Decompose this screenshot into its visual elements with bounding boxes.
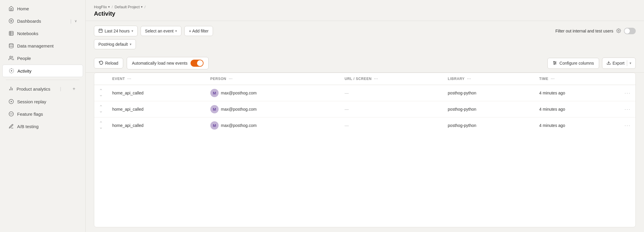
svg-point-24 [554, 61, 554, 62]
sidebar-item-notebooks[interactable]: Notebooks [2, 27, 83, 39]
table-row[interactable]: ⌃ ⌄ home_api_called M max@posthog.com — … [94, 117, 635, 134]
url-cell: — [340, 85, 443, 101]
reload-icon [99, 61, 103, 66]
url-cell: — [340, 101, 443, 117]
breadcrumb-default-project[interactable]: Default Project ▾ [115, 5, 143, 9]
sidebar-item-feature-flags[interactable]: Feature flags [2, 108, 83, 120]
sidebar: Home Dashboards | ∨ Notebooks Data manag… [0, 0, 86, 232]
expand-icon[interactable]: ⌃ ⌄ [99, 89, 103, 97]
sidebar-item-people[interactable]: People [2, 52, 83, 64]
time-value: 4 minutes ago [539, 91, 565, 95]
library-value: posthog-python [448, 91, 477, 95]
svg-point-7 [10, 56, 12, 58]
event-selector-button[interactable]: Select an event ▾ [141, 26, 182, 36]
table-row[interactable]: ⌃ ⌄ home_api_called M max@posthog.com — … [94, 85, 635, 101]
calendar-icon [98, 28, 103, 34]
svg-point-0 [9, 19, 14, 23]
sidebar-item-label: Data management [17, 43, 77, 48]
chevron-down-icon: ▾ [131, 29, 133, 33]
time-value: 4 minutes ago [539, 107, 565, 112]
avatar: M [210, 89, 219, 97]
page-title: Activity [94, 10, 636, 17]
sidebar-item-product-analytics[interactable]: Product analytics | + [2, 83, 83, 95]
action-bar: Reload Automatically load new events Con… [86, 54, 644, 73]
row-more-button[interactable]: ··· [625, 122, 631, 128]
svg-rect-16 [99, 29, 102, 32]
person-col-more[interactable]: ··· [229, 76, 232, 81]
table-header-row: EVENT ··· PERSON ··· URL / SCREEN [94, 73, 635, 85]
export-divider [627, 60, 627, 66]
sidebar-item-home[interactable]: Home [2, 3, 83, 14]
url-value: — [344, 123, 349, 128]
product-analytics-icon [8, 86, 14, 92]
url-col-more[interactable]: ··· [374, 76, 378, 81]
sidebar-item-dashboards[interactable]: Dashboards | ∨ [2, 15, 83, 27]
pipe-divider: | [60, 86, 61, 91]
main-content: HogFlix ▾ / Default Project ▾ / Activity… [86, 0, 644, 232]
configure-columns-button[interactable]: Configure columns [547, 58, 599, 69]
row-actions-cell: ··· [620, 85, 635, 101]
table-row[interactable]: ⌃ ⌄ home_api_called M max@posthog.com — … [94, 101, 635, 117]
plus-icon[interactable]: + [71, 86, 77, 92]
person-email[interactable]: max@posthog.com [221, 91, 257, 95]
time-filter-button[interactable]: Last 24 hours ▾ [94, 26, 138, 36]
export-icon [606, 61, 611, 66]
svg-point-25 [555, 62, 556, 63]
row-actions-cell: ··· [620, 101, 635, 117]
library-col-more[interactable]: ··· [467, 76, 471, 81]
sidebar-item-data-management[interactable]: Data management [2, 40, 83, 52]
sidebar-item-ab-testing[interactable]: A/B testing [2, 120, 83, 132]
sidebar-divider [6, 80, 79, 80]
time-cell: 4 minutes ago [534, 117, 620, 134]
event-name: home_api_called [112, 123, 144, 128]
notebooks-icon [8, 30, 14, 36]
page-header: HogFlix ▾ / Default Project ▾ / Activity [86, 0, 644, 21]
expand-icon[interactable]: ⌃ ⌄ [99, 122, 103, 129]
home-icon [8, 6, 14, 12]
library-value: posthog-python [448, 123, 477, 128]
breadcrumb-hogflix[interactable]: HogFlix ▾ [94, 5, 110, 9]
library-cell: posthog-python [443, 85, 534, 101]
person-email[interactable]: max@posthog.com [221, 107, 257, 112]
sidebar-item-label: Session replay [17, 99, 77, 104]
breadcrumb-project-label: Default Project [115, 5, 140, 9]
row-more-button[interactable]: ··· [625, 106, 631, 112]
row-more-button[interactable]: ··· [625, 90, 631, 96]
url-value: — [344, 107, 349, 112]
chevron-down-icon: ▾ [141, 5, 143, 9]
reload-button[interactable]: Reload [94, 58, 123, 68]
breadcrumb-hogflix-label: HogFlix [94, 5, 107, 9]
avatar: M [210, 121, 219, 130]
auto-load-toggle[interactable] [191, 60, 204, 67]
toolbar: Last 24 hours ▾ Select an event ▾ + Add … [86, 21, 644, 54]
export-button[interactable]: Export ▾ [602, 58, 636, 69]
dashboard-icon [8, 18, 14, 24]
add-filter-button[interactable]: + Add filter [184, 26, 213, 36]
url-value: — [344, 91, 349, 95]
event-col-more[interactable]: ··· [127, 76, 131, 81]
sidebar-item-activity[interactable]: Activity [2, 65, 83, 77]
time-col-more[interactable]: ··· [551, 76, 554, 81]
th-expand [94, 73, 108, 85]
pipe-divider: | [70, 19, 71, 24]
th-person: PERSON ··· [206, 73, 340, 85]
team-filter-button[interactable]: PostHog default ▾ [94, 39, 136, 49]
person-cell: M max@posthog.com [206, 117, 340, 134]
ab-testing-icon [8, 123, 14, 129]
action-right: Configure columns Export ▾ [547, 58, 636, 69]
configure-columns-label: Configure columns [560, 61, 594, 66]
event-name: home_api_called [112, 91, 144, 95]
library-value: posthog-python [448, 107, 477, 112]
data-management-icon [8, 43, 14, 49]
toolbar-row-1: Last 24 hours ▾ Select an event ▾ + Add … [94, 26, 636, 36]
filter-internal-toggle[interactable] [624, 28, 636, 34]
sidebar-item-session-replay[interactable]: Session replay [2, 96, 83, 107]
svg-marker-13 [11, 101, 12, 102]
event-cell: home_api_called [108, 117, 206, 134]
expand-icon[interactable]: ⌃ ⌄ [99, 105, 103, 113]
row-actions-cell: ··· [620, 117, 635, 134]
sidebar-item-label: Activity [17, 68, 77, 73]
auto-load-container: Automatically load new events [127, 57, 208, 69]
person-email[interactable]: max@posthog.com [221, 123, 257, 128]
gear-icon[interactable] [616, 28, 621, 34]
